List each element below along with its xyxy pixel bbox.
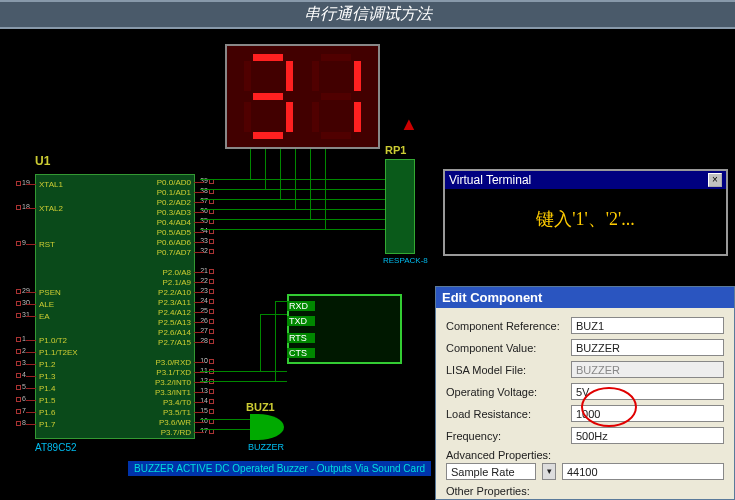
ec-freq-input[interactable]: 500Hz <box>571 427 724 444</box>
ec-lisa-input[interactable]: BUZZER <box>571 361 724 378</box>
rxd-label: RXD <box>287 301 315 311</box>
ec-value-input[interactable]: BUZZER <box>571 339 724 356</box>
ec-sample-rate-input[interactable]: 44100 <box>562 463 724 480</box>
pin-label: P2.1/A9 <box>163 278 191 287</box>
pin-label: P2.2/A10 <box>158 288 191 297</box>
schematic-canvas[interactable]: ▲ U1 XTAL119XTAL218RST9PSEN29ALE30EA31P1… <box>0 29 735 499</box>
vt-titlebar[interactable]: Virtual Terminal × <box>445 171 726 189</box>
pin-label: P0.2/AD2 <box>157 198 191 207</box>
pin-label: P1.3 <box>39 372 55 381</box>
rp1-reference: RP1 <box>385 144 406 156</box>
pin-label: P2.7/A15 <box>158 338 191 347</box>
pin-label: P0.4/AD4 <box>157 218 191 227</box>
pin-label: P1.6 <box>39 408 55 417</box>
pin-label: P2.5/A13 <box>158 318 191 327</box>
page-title: 串行通信调试方法 <box>0 0 735 29</box>
edit-component-window[interactable]: Edit Component Component Reference: BUZ1… <box>435 286 735 500</box>
buzzer-reference: BUZ1 <box>246 401 275 413</box>
ec-ov-input[interactable]: 5V <box>571 383 724 400</box>
ec-lr-label: Load Resistance: <box>446 408 571 420</box>
ec-ref-input[interactable]: BUZ1 <box>571 317 724 334</box>
pin-label: RST <box>39 240 55 249</box>
ec-ref-label: Component Reference: <box>446 320 571 332</box>
status-bar: BUZZER ACTIVE DC Operated Buzzer - Outpu… <box>128 461 431 476</box>
pin-label: P3.4/T0 <box>163 398 191 407</box>
ec-ov-label: Operating Voltage: <box>446 386 571 398</box>
pin-label: ALE <box>39 300 54 309</box>
close-icon[interactable]: × <box>708 173 722 187</box>
buzzer-component[interactable] <box>250 414 284 440</box>
pin-label: P3.0/RXD <box>155 358 191 367</box>
ec-lr-input[interactable]: 1000 <box>571 405 724 422</box>
ec-freq-label: Frequency: <box>446 430 571 442</box>
pin-label: P2.4/A12 <box>158 308 191 317</box>
ec-other-label: Other Properties: <box>446 485 530 497</box>
chip-reference: U1 <box>35 154 50 168</box>
ec-adv-label: Advanced Properties: <box>446 449 551 461</box>
chip-name: AT89C52 <box>35 442 77 453</box>
pin-label: P1.1/T2EX <box>39 348 78 357</box>
pin-label: PSEN <box>39 288 61 297</box>
mcu-chip[interactable]: XTAL119XTAL218RST9PSEN29ALE30EA31P1.0/T2… <box>35 174 195 439</box>
pin-label: P1.4 <box>39 384 55 393</box>
seven-segment-display[interactable] <box>225 44 380 149</box>
resistor-pack[interactable] <box>385 159 415 254</box>
ec-value-label: Component Value: <box>446 342 571 354</box>
power-arrow-icon: ▲ <box>400 114 418 135</box>
pin-label: XTAL1 <box>39 180 63 189</box>
pin-label: P1.0/T2 <box>39 336 67 345</box>
pin-label: P1.7 <box>39 420 55 429</box>
pin-label: P0.1/AD1 <box>157 188 191 197</box>
rp1-name: RESPACK-8 <box>383 256 428 265</box>
pin-label: P1.5 <box>39 396 55 405</box>
buzzer-name: BUZZER <box>248 442 284 452</box>
pin-label: P0.6/AD6 <box>157 238 191 247</box>
digit-2 <box>309 54 364 139</box>
pin-label: P0.3/AD3 <box>157 208 191 217</box>
pin-label: P0.7/AD7 <box>157 248 191 257</box>
pin-label: P2.0/A8 <box>163 268 191 277</box>
vt-output: 键入'1'、'2'... <box>445 189 726 254</box>
pin-label: XTAL2 <box>39 204 63 213</box>
pin-label: P3.1/TXD <box>156 368 191 377</box>
pin-label: P3.7/RD <box>161 428 191 437</box>
pin-label: P2.3/A11 <box>158 298 191 307</box>
rts-label: RTS <box>287 333 315 343</box>
pin-label: P2.6/A14 <box>158 328 191 337</box>
pin-label: EA <box>39 312 50 321</box>
digit-1 <box>241 54 296 139</box>
pin-label: P3.3/INT1 <box>155 388 191 397</box>
serial-terminal-block[interactable]: RXD TXD RTS CTS <box>287 294 402 364</box>
ec-lisa-label: LISA Model File: <box>446 364 571 376</box>
ec-titlebar[interactable]: Edit Component <box>436 287 734 308</box>
virtual-terminal-window[interactable]: Virtual Terminal × 键入'1'、'2'... <box>443 169 728 256</box>
pin-label: P0.0/AD0 <box>157 178 191 187</box>
ec-sample-rate-dropdown[interactable]: Sample Rate <box>446 463 536 480</box>
txd-label: TXD <box>287 316 315 326</box>
pin-label: P3.6/WR <box>159 418 191 427</box>
pin-label: P3.5/T1 <box>163 408 191 417</box>
pin-label: P3.2/INT0 <box>155 378 191 387</box>
pin-label: P0.5/AD5 <box>157 228 191 237</box>
vt-title-text: Virtual Terminal <box>449 173 531 187</box>
pin-label: P1.2 <box>39 360 55 369</box>
chevron-down-icon[interactable]: ▾ <box>542 463 556 480</box>
cts-label: CTS <box>287 348 315 358</box>
